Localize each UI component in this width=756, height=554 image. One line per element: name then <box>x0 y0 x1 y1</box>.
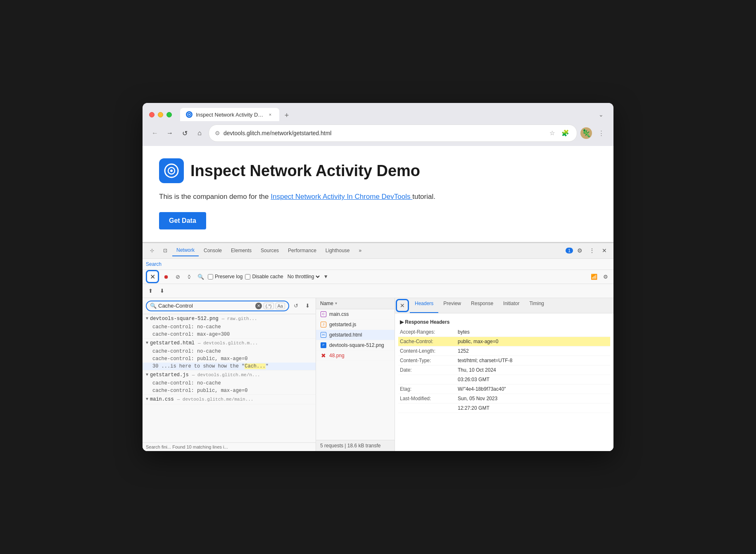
file-icon-js: J <box>320 321 327 328</box>
bookmark-button[interactable]: ☆ <box>546 127 558 139</box>
search-panel: 🔍 Cache-Control ✕ (.*) Aa ↺ ⬇ <box>143 298 316 451</box>
search-result-item[interactable]: cache-control: no-cache <box>143 380 316 387</box>
back-button[interactable]: ← <box>149 127 161 139</box>
close-button[interactable] <box>149 112 155 117</box>
search-result-item[interactable]: cache-control: no-cache <box>143 348 316 355</box>
detail-tab-initiator[interactable]: Initiator <box>498 298 524 313</box>
devtools-tab-sources[interactable]: Sources <box>257 245 283 256</box>
active-tab[interactable]: Inspect Network Activity Dem × <box>180 108 279 121</box>
detail-key <box>400 405 458 411</box>
disable-cache-input[interactable] <box>245 274 250 279</box>
devtools-close-button[interactable]: ✕ <box>599 245 610 256</box>
tab-close-button[interactable]: × <box>267 111 273 118</box>
devtools-link[interactable]: Inspect Network Activity In Chrome DevTo… <box>271 193 412 201</box>
devtools-tab-performance[interactable]: Performance <box>284 245 321 256</box>
file-icon-html: H <box>320 332 327 338</box>
search-pill-text: Cache-Control <box>158 303 254 309</box>
detail-row: 03:26:03 GMT <box>398 375 610 384</box>
detail-value: W/"4e4-18b9f73ac40" <box>458 386 609 392</box>
detail-tab-bar: ✕ Headers Preview Response Initiator Tim… <box>395 298 613 313</box>
search-result-header[interactable]: ▼ getstarted.html — devtools.glitch.m... <box>143 339 316 348</box>
search-pill-icon: 🔍 <box>150 303 157 309</box>
search-next-button[interactable]: ⬇ <box>302 301 312 311</box>
sort-icon[interactable]: ▾ <box>335 301 337 306</box>
upload-button[interactable]: ⬆ <box>146 286 155 295</box>
search-regex-toggle[interactable]: (.*) <box>264 303 274 309</box>
throttle-select[interactable]: No throttling <box>286 273 321 280</box>
devtools-settings-button[interactable]: ⚙ <box>574 245 585 256</box>
detail-value: Thu, 10 Oct 2024 <box>458 367 609 373</box>
search-result-header[interactable]: ▼ getstarted.js — devtools.glitch.me/n..… <box>143 370 316 380</box>
search-result-group: ▼ main.css — devtools.glitch.me/main... <box>143 395 316 404</box>
network-panel: Name ▾ C main.css <box>316 298 613 451</box>
network-search-button[interactable]: 🔍 <box>196 272 205 281</box>
result-source: — raw.gith... <box>222 316 257 321</box>
file-name: main.css <box>329 311 349 317</box>
site-info-icon[interactable]: ⚙ <box>215 130 220 136</box>
detail-key <box>400 377 458 382</box>
search-result-group: ▼ getstarted.js — devtools.glitch.me/n..… <box>143 370 316 395</box>
extension-button[interactable]: 🧩 <box>559 127 571 139</box>
search-result-item-active[interactable]: 30 ...is here to show how the "Cach..." <box>143 363 316 370</box>
search-result-header[interactable]: ▼ devtools-square-512.png — raw.gith... <box>143 314 316 323</box>
maximize-button[interactable] <box>166 112 172 117</box>
tab-list-button[interactable]: ⌄ <box>595 109 607 120</box>
detail-tab-preview[interactable]: Preview <box>438 298 466 313</box>
devtools-tab-inspect[interactable]: ⊹ <box>146 245 158 256</box>
minimize-button[interactable] <box>158 112 163 117</box>
detail-tab-headers[interactable]: Headers <box>410 298 438 313</box>
preserve-log-input[interactable] <box>208 274 213 279</box>
devtools-search-bar: Search <box>143 259 613 270</box>
home-button[interactable]: ⌂ <box>194 127 205 139</box>
devtools-tab-device[interactable]: ⊡ <box>159 245 171 256</box>
file-icon-css: C <box>320 311 327 318</box>
description-prefix: This is the companion demo for the <box>159 193 271 201</box>
detail-close-button[interactable]: ✕ <box>396 299 409 312</box>
record-button[interactable]: ⏺ <box>162 272 171 281</box>
search-clear-button[interactable]: ✕ <box>255 303 262 309</box>
forward-button[interactable]: → <box>164 127 176 139</box>
search-close-button[interactable]: ✕ <box>146 270 159 283</box>
search-result-header[interactable]: ▼ main.css — devtools.glitch.me/main... <box>143 395 316 404</box>
search-result-group: ▼ getstarted.html — devtools.glitch.m...… <box>143 339 316 370</box>
result-source: — devtools.glitch.m... <box>198 341 258 346</box>
import-button[interactable]: ⚙ <box>601 272 610 281</box>
search-result-item[interactable]: cache-control: public, max-age=0 <box>143 355 316 363</box>
devtools-tab-elements[interactable]: Elements <box>227 245 256 256</box>
new-tab-button[interactable]: + <box>281 110 292 121</box>
devtools-tab-network[interactable]: Network <box>172 245 199 256</box>
search-label[interactable]: Search <box>146 261 162 267</box>
detail-tab-response[interactable]: Response <box>466 298 498 313</box>
devtools-tab-lighthouse[interactable]: Lighthouse <box>321 245 354 256</box>
devtools-body: 🔍 Cache-Control ✕ (.*) Aa ↺ ⬇ <box>143 298 613 451</box>
disable-cache-checkbox[interactable]: Disable cache <box>245 274 283 279</box>
page-content: Inspect Network Activity Demo This is th… <box>143 146 613 242</box>
file-name: devtools-square-512.png <box>329 342 384 348</box>
detail-key: Content-Type: <box>400 358 458 363</box>
description-suffix: tutorial. <box>412 193 435 201</box>
profile-button[interactable]: 🦎 <box>580 127 592 139</box>
expand-icon: ▼ <box>146 316 148 321</box>
search-result-item[interactable]: cache-control: no-cache <box>143 323 316 331</box>
devtools-panel: ⊹ ⊡ Network Console Elements Sources Per… <box>143 242 613 451</box>
detail-row: Etag: W/"4e4-18b9f73ac40" <box>398 384 610 394</box>
devtools-tab-console[interactable]: Console <box>200 245 226 256</box>
download-button[interactable]: ⬇ <box>157 286 166 295</box>
url-bar[interactable]: ⚙ devtools.glitch.me/network/getstarted.… <box>209 124 577 142</box>
devtools-more-button[interactable]: ⋮ <box>586 245 598 256</box>
search-refresh-button[interactable]: ↺ <box>291 301 301 311</box>
detail-tab-timing[interactable]: Timing <box>524 298 549 313</box>
wifi-button[interactable]: 📶 <box>590 272 599 281</box>
reload-button[interactable]: ↺ <box>179 127 190 139</box>
devtools-tab-more[interactable]: » <box>355 245 366 256</box>
filter-button[interactable]: ⧲ <box>185 272 194 281</box>
expand-icon: ▼ <box>146 341 148 345</box>
clear-button[interactable]: ⊘ <box>173 272 182 281</box>
get-data-button[interactable]: Get Data <box>159 212 206 229</box>
response-headers-title[interactable]: ▶ Response Headers <box>398 317 610 327</box>
search-case-toggle[interactable]: Aa <box>276 303 285 309</box>
search-result-item[interactable]: cache-control: public, max-age=0 <box>143 387 316 394</box>
preserve-log-checkbox[interactable]: Preserve log <box>208 274 242 279</box>
search-result-item[interactable]: cache-control: max-age=300 <box>143 331 316 338</box>
browser-menu-button[interactable]: ⋮ <box>595 127 607 139</box>
